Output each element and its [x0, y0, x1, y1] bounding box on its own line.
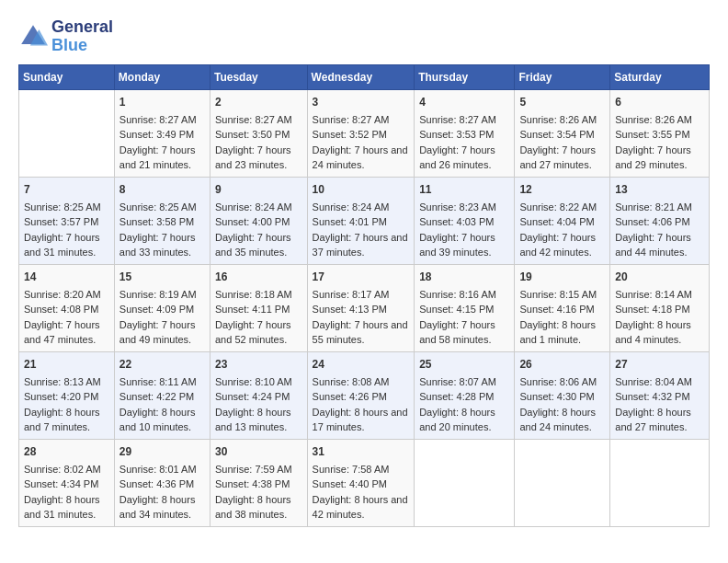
sunset: Sunset: 4:09 PM [119, 304, 194, 315]
calendar-cell: 26Sunrise: 8:06 AMSunset: 4:30 PMDayligh… [515, 351, 610, 439]
calendar-cell: 31Sunrise: 7:58 AMSunset: 4:40 PMDayligh… [307, 439, 415, 526]
calendar-cell: 1Sunrise: 8:27 AMSunset: 3:49 PMDaylight… [114, 89, 210, 177]
calendar-cell: 6Sunrise: 8:26 AMSunset: 3:55 PMDaylight… [610, 89, 710, 177]
day-number: 4 [419, 94, 509, 110]
calendar-cell [19, 89, 115, 177]
calendar-cell [515, 439, 610, 526]
daylight: Daylight: 7 hours and 37 minutes. [313, 232, 408, 259]
sunrise: Sunrise: 7:59 AM [215, 464, 292, 475]
week-row-3: 14Sunrise: 8:20 AMSunset: 4:08 PMDayligh… [19, 264, 710, 351]
day-number: 27 [615, 356, 704, 373]
day-header-tuesday: Tuesday [210, 64, 308, 89]
sunset: Sunset: 3:57 PM [24, 216, 98, 227]
sunset: Sunset: 4:36 PM [119, 478, 194, 489]
day-number: 19 [519, 269, 605, 285]
day-number: 22 [119, 356, 205, 373]
sunrise: Sunrise: 8:15 AM [519, 289, 597, 300]
calendar-cell [415, 439, 515, 526]
day-number: 7 [24, 181, 109, 198]
sunset: Sunset: 4:16 PM [519, 304, 594, 315]
calendar-cell: 25Sunrise: 8:07 AMSunset: 4:28 PMDayligh… [415, 351, 515, 439]
calendar-cell: 13Sunrise: 8:21 AMSunset: 4:06 PMDayligh… [610, 177, 710, 264]
daylight: Daylight: 8 hours and 38 minutes. [215, 494, 291, 521]
calendar-cell: 29Sunrise: 8:01 AMSunset: 4:36 PMDayligh… [114, 439, 210, 526]
sunrise: Sunrise: 8:04 AM [615, 376, 692, 387]
day-header-monday: Monday [114, 64, 210, 89]
daylight: Daylight: 7 hours and 42 minutes. [519, 232, 596, 259]
daylight: Daylight: 7 hours and 35 minutes. [215, 232, 291, 259]
daylight: Daylight: 7 hours and 27 minutes. [519, 144, 596, 171]
sunrise: Sunrise: 8:20 AM [24, 289, 101, 300]
sunset: Sunset: 3:49 PM [119, 129, 194, 140]
sunset: Sunset: 4:13 PM [313, 304, 387, 315]
sunset: Sunset: 3:55 PM [615, 129, 689, 140]
day-number: 20 [615, 269, 704, 285]
calendar-cell: 21Sunrise: 8:13 AMSunset: 4:20 PMDayligh… [19, 351, 115, 439]
day-number: 2 [215, 94, 302, 110]
sunset: Sunset: 4:00 PM [215, 216, 290, 227]
sunrise: Sunrise: 8:13 AM [24, 376, 101, 387]
sunset: Sunset: 3:50 PM [215, 129, 290, 140]
calendar-cell: 12Sunrise: 8:22 AMSunset: 4:04 PMDayligh… [515, 177, 610, 264]
day-number: 29 [119, 443, 205, 460]
daylight: Daylight: 8 hours and 42 minutes. [313, 494, 408, 521]
daylight: Daylight: 7 hours and 33 minutes. [119, 232, 196, 259]
daylight: Daylight: 7 hours and 39 minutes. [419, 232, 495, 259]
daylight: Daylight: 8 hours and 34 minutes. [119, 494, 196, 521]
daylight: Daylight: 7 hours and 24 minutes. [313, 144, 408, 171]
week-row-5: 28Sunrise: 8:02 AMSunset: 4:34 PMDayligh… [19, 439, 710, 526]
day-number: 21 [24, 356, 109, 373]
header: General Blue [18, 18, 710, 55]
week-row-4: 21Sunrise: 8:13 AMSunset: 4:20 PMDayligh… [19, 351, 710, 439]
sunrise: Sunrise: 8:24 AM [215, 201, 292, 213]
sunrise: Sunrise: 8:16 AM [419, 289, 496, 300]
calendar-cell: 19Sunrise: 8:15 AMSunset: 4:16 PMDayligh… [515, 264, 610, 351]
day-number: 11 [419, 181, 509, 198]
sunset: Sunset: 4:15 PM [419, 304, 494, 315]
calendar-cell: 28Sunrise: 8:02 AMSunset: 4:34 PMDayligh… [19, 439, 115, 526]
sunset: Sunset: 4:03 PM [419, 216, 494, 227]
sunrise: Sunrise: 8:02 AM [24, 464, 101, 475]
day-header-friday: Friday [515, 64, 610, 89]
sunset: Sunset: 4:38 PM [215, 478, 290, 489]
week-row-2: 7Sunrise: 8:25 AMSunset: 3:57 PMDaylight… [19, 177, 710, 264]
day-header-thursday: Thursday [415, 64, 515, 89]
calendar-cell: 27Sunrise: 8:04 AMSunset: 4:32 PMDayligh… [610, 351, 710, 439]
calendar-cell: 14Sunrise: 8:20 AMSunset: 4:08 PMDayligh… [19, 264, 115, 351]
calendar-cell: 24Sunrise: 8:08 AMSunset: 4:26 PMDayligh… [307, 351, 415, 439]
sunrise: Sunrise: 8:27 AM [419, 114, 496, 125]
sunrise: Sunrise: 8:26 AM [615, 114, 692, 125]
sunset: Sunset: 4:01 PM [313, 216, 387, 227]
calendar-cell: 15Sunrise: 8:19 AMSunset: 4:09 PMDayligh… [114, 264, 210, 351]
sunset: Sunset: 4:06 PM [615, 216, 689, 227]
logo: General Blue [18, 18, 113, 55]
calendar-cell: 5Sunrise: 8:26 AMSunset: 3:54 PMDaylight… [515, 89, 610, 177]
calendar-table: SundayMondayTuesdayWednesdayThursdayFrid… [18, 64, 710, 527]
calendar-cell: 10Sunrise: 8:24 AMSunset: 4:01 PMDayligh… [307, 177, 415, 264]
day-number: 14 [24, 269, 109, 285]
sunset: Sunset: 4:24 PM [215, 391, 290, 402]
week-row-1: 1Sunrise: 8:27 AMSunset: 3:49 PMDaylight… [19, 89, 710, 177]
calendar-cell: 23Sunrise: 8:10 AMSunset: 4:24 PMDayligh… [210, 351, 308, 439]
sunrise: Sunrise: 8:22 AM [519, 201, 597, 213]
calendar-cell: 7Sunrise: 8:25 AMSunset: 3:57 PMDaylight… [19, 177, 115, 264]
daylight: Daylight: 7 hours and 23 minutes. [215, 144, 291, 171]
sunset: Sunset: 4:30 PM [519, 391, 594, 402]
day-number: 10 [313, 181, 410, 198]
calendar-cell: 9Sunrise: 8:24 AMSunset: 4:00 PMDaylight… [210, 177, 308, 264]
sunrise: Sunrise: 8:08 AM [313, 376, 390, 387]
sunrise: Sunrise: 8:23 AM [419, 201, 496, 213]
sunset: Sunset: 4:34 PM [24, 478, 98, 489]
sunrise: Sunrise: 8:27 AM [313, 114, 390, 125]
sunset: Sunset: 3:54 PM [519, 129, 594, 140]
day-number: 3 [313, 94, 410, 110]
day-number: 12 [519, 181, 605, 198]
sunset: Sunset: 4:40 PM [313, 478, 387, 489]
sunset: Sunset: 4:26 PM [313, 391, 387, 402]
day-number: 30 [215, 443, 302, 460]
sunrise: Sunrise: 8:25 AM [119, 201, 197, 213]
daylight: Daylight: 8 hours and 13 minutes. [215, 407, 291, 433]
day-number: 1 [119, 94, 205, 110]
sunset: Sunset: 4:32 PM [615, 391, 689, 402]
daylight: Daylight: 8 hours and 4 minutes. [615, 319, 691, 346]
